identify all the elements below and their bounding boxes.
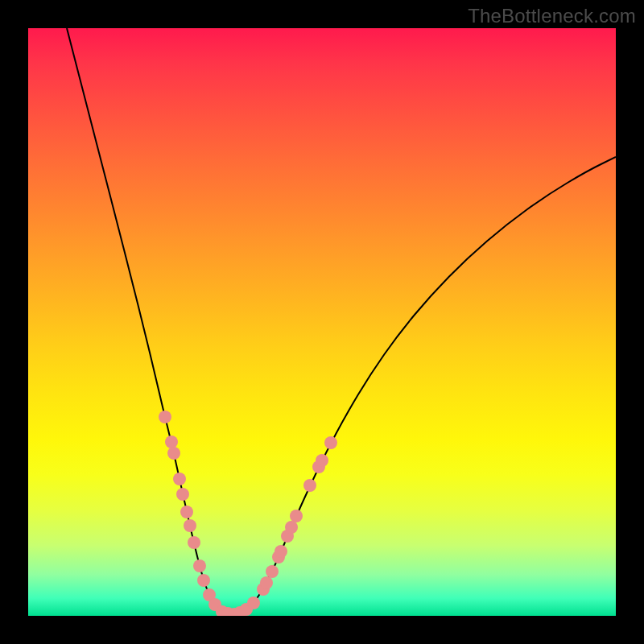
- data-marker: [180, 506, 193, 518]
- data-marker: [260, 576, 273, 589]
- data-marker: [167, 447, 180, 460]
- data-marker: [176, 488, 189, 501]
- plot-area: [28, 28, 616, 616]
- data-marker: [188, 536, 200, 549]
- data-marker: [316, 454, 328, 467]
- data-marker: [247, 597, 260, 609]
- data-marker: [159, 411, 171, 423]
- data-marker: [266, 565, 279, 578]
- data-marker: [324, 436, 337, 449]
- data-marker: [197, 574, 210, 587]
- data-marker: [173, 473, 186, 485]
- data-marker: [184, 519, 196, 532]
- watermark-text: TheBottleneck.com: [468, 5, 636, 27]
- data-markers: [159, 411, 337, 616]
- data-marker: [290, 510, 303, 522]
- chart-svg: [28, 28, 616, 616]
- data-marker: [275, 545, 287, 558]
- chart-frame: TheBottleneck.com: [0, 0, 644, 644]
- data-marker: [285, 521, 298, 534]
- data-marker: [165, 436, 178, 448]
- bottleneck-curve: [67, 28, 616, 614]
- data-marker: [193, 559, 206, 572]
- data-marker: [303, 479, 316, 492]
